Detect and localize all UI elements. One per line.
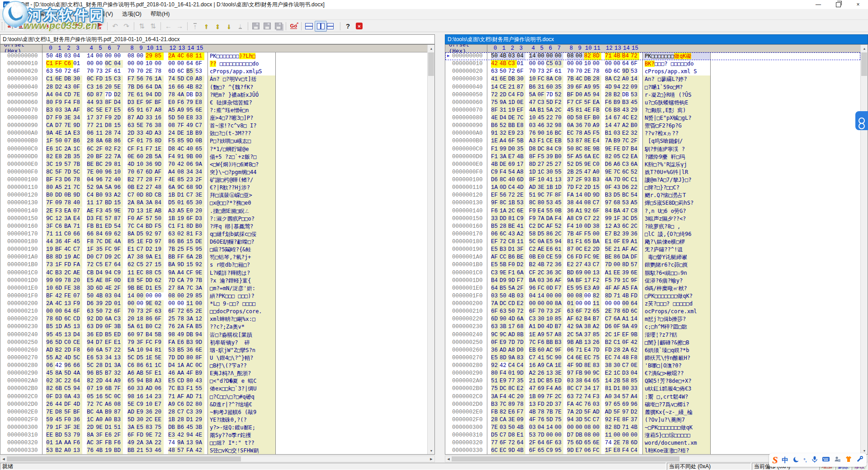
ansi-text-cell[interactable]: 燁□S宬SE8D□莉hS? (643, 199, 711, 207)
hex-byte[interactable]: 78 (46, 315, 55, 323)
hex-byte[interactable]: 14 (146, 393, 155, 401)
hex-byte[interactable]: 2C (631, 223, 639, 230)
hex-byte[interactable]: C7 (195, 122, 204, 130)
hex-byte[interactable]: 73 (546, 308, 555, 315)
hex-byte[interactable]: 19 (177, 215, 186, 223)
hex-bytes-cell[interactable]: B528BE41C2DCAF52F4100D3812A36C2C (487, 223, 643, 230)
hex-byte[interactable]: 8A (605, 75, 613, 83)
hex-row[interactable]: 000000010C1FFC60100000C04000010000000646… (0, 60, 427, 68)
hex-byte[interactable]: E7 (508, 153, 517, 161)
hex-byte[interactable]: 45 (55, 331, 64, 339)
hex-byte[interactable]: 5C (529, 238, 538, 246)
hex-byte[interactable]: 98 (127, 393, 137, 401)
hex-byte[interactable]: 05 (87, 393, 96, 401)
hex-byte[interactable]: 10 (46, 285, 55, 292)
hex-byte[interactable]: 2F (114, 285, 123, 292)
hex-byte[interactable]: E0 (538, 254, 546, 261)
hex-byte[interactable]: F2 (555, 99, 563, 107)
hex-byte[interactable]: DE (500, 161, 508, 169)
hex-row[interactable]: 0000002A051E9773521DCB5ED03386465142B588… (445, 377, 860, 385)
ansi-text-cell[interactable]: BK?□□□? □□□□□do (643, 60, 711, 68)
hex-byte[interactable]: 96 (114, 184, 123, 192)
hex-byte[interactable]: 69 (508, 161, 517, 169)
hex-byte[interactable]: 94 (146, 91, 155, 99)
hex-byte[interactable]: A4 (168, 169, 177, 176)
hex-byte[interactable]: 39 (622, 230, 631, 238)
hex-byte[interactable]: F5 (584, 230, 593, 238)
hex-byte[interactable]: 2C (146, 416, 155, 424)
ansi-text-cell[interactable]: ocProps/core.xml (643, 308, 711, 315)
hex-byte[interactable]: 00 (137, 292, 146, 300)
hex-byte[interactable]: 26 (593, 339, 601, 347)
hex-byte[interactable]: 3A (195, 285, 204, 292)
hex-byte[interactable]: 22 (64, 377, 73, 385)
hex-byte[interactable]: E6 (508, 409, 517, 416)
hex-row[interactable]: 000000310D5C7D8E1537D0000D7DB08001100000… (445, 432, 860, 439)
hex-byte[interactable]: 5D (546, 416, 555, 424)
hex-byte[interactable]: D4 (114, 99, 123, 107)
hex-byte[interactable]: 53 (631, 91, 639, 99)
ansi-text-cell[interactable]: €?潰&□>楸噁?? (643, 370, 711, 377)
hex-byte[interactable]: 41 (538, 354, 546, 362)
hex-byte[interactable]: 37 (567, 176, 576, 184)
hex-byte[interactable]: BE (137, 285, 146, 292)
hex-byte[interactable]: 4F (576, 230, 584, 238)
hex-byte[interactable]: D3 (622, 370, 631, 377)
hex-byte[interactable]: 9D (622, 68, 631, 75)
hex-byte[interactable]: 42 (631, 339, 639, 347)
hex-byte[interactable]: FC (538, 75, 546, 83)
hex-byte[interactable]: 64 (73, 377, 82, 385)
ansi-text-cell[interactable]: 初牟斫镝y? 碎 (208, 339, 276, 347)
hex-byte[interactable]: 82 (500, 409, 508, 416)
hex-byte[interactable]: E5 (114, 107, 123, 114)
hex-byte[interactable]: 00 (613, 300, 622, 308)
hex-byte[interactable]: C9 (491, 169, 500, 176)
hex-byte[interactable]: EE (46, 432, 55, 439)
hex-byte[interactable]: 43 (64, 84, 73, 91)
hex-byte[interactable]: 7A (114, 153, 123, 161)
hex-byte[interactable]: 7C (96, 401, 105, 409)
hex-byte[interactable]: 7C (613, 169, 622, 176)
hex-byte[interactable]: 3A (491, 393, 500, 401)
hex-byte[interactable]: DB (168, 424, 177, 432)
hex-byte[interactable]: 00 (576, 60, 584, 68)
hex-byte[interactable]: FE (613, 146, 622, 153)
hex-byte[interactable]: A9 (114, 377, 123, 385)
hex-byte[interactable]: D5 (137, 230, 146, 238)
hex-byte[interactable]: 2F (114, 432, 123, 439)
hex-byte[interactable]: E1 (114, 339, 123, 347)
hex-byte[interactable]: 0F (105, 323, 114, 331)
hex-row[interactable]: 0000001603FC6BA71FBB1ED547CC4BDF5C1F18DB… (0, 223, 427, 230)
hex-byte[interactable]: 5F (64, 409, 73, 416)
hex-byte[interactable]: 03 (500, 424, 508, 432)
hex-byte[interactable]: CF (576, 99, 584, 107)
hex-byte[interactable]: 75 (593, 354, 601, 362)
hex-byte[interactable]: DE (105, 238, 114, 246)
hex-byte[interactable]: 06 (186, 161, 195, 169)
hex-byte[interactable]: 67 (613, 114, 622, 122)
hex-byte[interactable]: 4B (491, 161, 500, 169)
hex-byte[interactable]: D1 (613, 385, 622, 393)
hex-byte[interactable]: AF (567, 315, 576, 323)
hex-byte[interactable]: 01 (73, 60, 82, 68)
hex-byte[interactable]: A8 (155, 107, 164, 114)
hex-byte[interactable]: 9D (186, 137, 195, 145)
hex-byte[interactable]: 09 (55, 277, 64, 285)
hex-byte[interactable]: 53 (64, 432, 73, 439)
hex-byte[interactable]: B4 (146, 331, 155, 339)
hex-byte[interactable]: 00 (155, 292, 164, 300)
hex-byte[interactable]: A4 (500, 137, 508, 145)
hex-byte[interactable]: 63 (555, 439, 563, 447)
hex-byte[interactable]: 36 (55, 238, 64, 246)
scroll-left-icon[interactable]: ◀ (0, 456, 7, 462)
hex-byte[interactable]: 5A (576, 331, 584, 339)
hex-bytes-cell[interactable]: CAD77E9D7721D815635E7638087F49C7 (42, 122, 208, 130)
hex-byte[interactable]: 9D (567, 447, 576, 454)
hex-byte[interactable]: 7C (96, 238, 105, 246)
hex-row[interactable]: 000000240954513D436EDB5ED6097B45B9849DB9… (0, 331, 427, 339)
hex-byte[interactable]: C9 (114, 269, 123, 277)
hex-byte[interactable]: 91 (177, 153, 186, 161)
hex-byte[interactable]: 86 (613, 254, 622, 261)
hex-byte[interactable]: 00 (195, 300, 204, 308)
hex-byte[interactable]: 04 (538, 424, 546, 432)
